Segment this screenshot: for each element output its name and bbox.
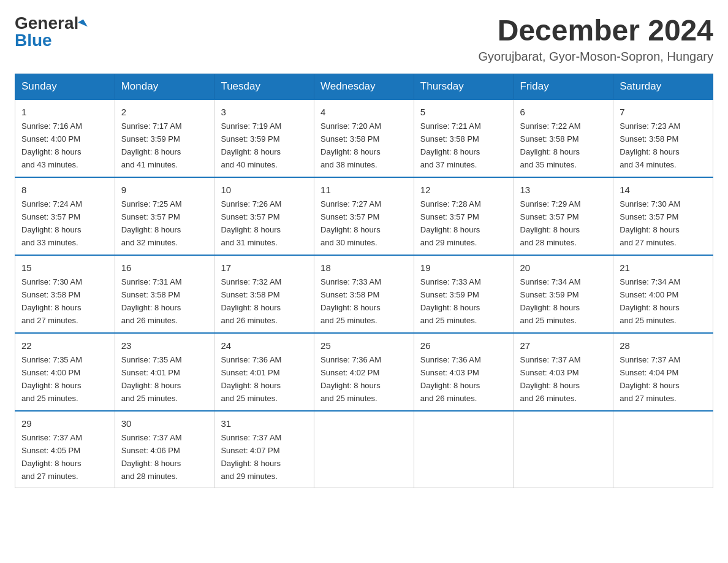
logo-triangle-icon <box>78 19 88 29</box>
header-monday: Monday <box>115 74 214 99</box>
calendar-cell: 6 Sunrise: 7:22 AMSunset: 3:58 PMDayligh… <box>514 99 613 177</box>
day-number: 11 <box>320 183 408 197</box>
calendar-cell: 25 Sunrise: 7:36 AMSunset: 4:02 PMDaylig… <box>314 333 414 411</box>
calendar-cell: 23 Sunrise: 7:35 AMSunset: 4:01 PMDaylig… <box>115 333 214 411</box>
calendar-cell: 14 Sunrise: 7:30 AMSunset: 3:57 PMDaylig… <box>613 177 713 255</box>
calendar-cell: 3 Sunrise: 7:19 AMSunset: 3:59 PMDayligh… <box>214 99 314 177</box>
day-number: 27 <box>520 339 607 353</box>
calendar-cell <box>414 411 514 488</box>
day-number: 30 <box>121 416 208 431</box>
day-number: 25 <box>320 339 408 353</box>
day-number: 3 <box>221 105 308 119</box>
day-info: Sunrise: 7:20 AMSunset: 3:58 PMDaylight:… <box>320 121 381 169</box>
calendar-cell: 12 Sunrise: 7:28 AMSunset: 3:57 PMDaylig… <box>414 177 514 255</box>
day-number: 28 <box>620 339 707 353</box>
day-number: 22 <box>21 339 108 353</box>
header-tuesday: Tuesday <box>214 74 314 99</box>
calendar-cell <box>314 411 414 488</box>
calendar-cell: 27 Sunrise: 7:37 AMSunset: 4:03 PMDaylig… <box>514 333 613 411</box>
day-info: Sunrise: 7:34 AMSunset: 3:59 PMDaylight:… <box>520 277 581 325</box>
calendar-cell: 1 Sunrise: 7:16 AMSunset: 4:00 PMDayligh… <box>15 99 115 177</box>
day-info: Sunrise: 7:19 AMSunset: 3:59 PMDaylight:… <box>221 121 281 169</box>
day-number: 17 <box>221 261 308 275</box>
week-row-1: 1 Sunrise: 7:16 AMSunset: 4:00 PMDayligh… <box>15 99 713 177</box>
day-number: 19 <box>420 261 507 275</box>
day-info: Sunrise: 7:28 AMSunset: 3:57 PMDaylight:… <box>420 199 481 247</box>
day-info: Sunrise: 7:37 AMSunset: 4:03 PMDaylight:… <box>520 355 581 403</box>
day-number: 1 <box>21 105 108 119</box>
header-wednesday: Wednesday <box>314 74 414 99</box>
calendar-cell: 20 Sunrise: 7:34 AMSunset: 3:59 PMDaylig… <box>514 255 613 333</box>
day-number: 8 <box>21 183 108 197</box>
day-info: Sunrise: 7:23 AMSunset: 3:58 PMDaylight:… <box>620 121 680 169</box>
calendar-cell: 31 Sunrise: 7:37 AMSunset: 4:07 PMDaylig… <box>214 411 314 488</box>
logo-top-line: General <box>15 15 86 32</box>
calendar-cell: 16 Sunrise: 7:31 AMSunset: 3:58 PMDaylig… <box>115 255 214 333</box>
day-number: 24 <box>221 339 308 353</box>
day-info: Sunrise: 7:22 AMSunset: 3:58 PMDaylight:… <box>520 121 581 169</box>
calendar-cell: 30 Sunrise: 7:37 AMSunset: 4:06 PMDaylig… <box>115 411 214 488</box>
day-number: 29 <box>21 416 108 431</box>
day-info: Sunrise: 7:35 AMSunset: 4:00 PMDaylight:… <box>21 355 82 403</box>
day-info: Sunrise: 7:25 AMSunset: 3:57 PMDaylight:… <box>121 199 182 247</box>
calendar-cell: 28 Sunrise: 7:37 AMSunset: 4:04 PMDaylig… <box>613 333 713 411</box>
day-number: 12 <box>420 183 507 197</box>
day-info: Sunrise: 7:33 AMSunset: 3:58 PMDaylight:… <box>320 277 381 325</box>
day-number: 21 <box>620 261 707 275</box>
calendar-cell: 21 Sunrise: 7:34 AMSunset: 4:00 PMDaylig… <box>613 255 713 333</box>
calendar-cell: 18 Sunrise: 7:33 AMSunset: 3:58 PMDaylig… <box>314 255 414 333</box>
day-number: 9 <box>121 183 208 197</box>
location-title: Gyorujbarat, Gyor-Moson-Sopron, Hungary <box>479 50 714 64</box>
calendar-cell: 17 Sunrise: 7:32 AMSunset: 3:58 PMDaylig… <box>214 255 314 333</box>
day-info: Sunrise: 7:35 AMSunset: 4:01 PMDaylight:… <box>121 355 182 403</box>
calendar-cell: 24 Sunrise: 7:36 AMSunset: 4:01 PMDaylig… <box>214 333 314 411</box>
calendar-cell <box>613 411 713 488</box>
logo: General Blue <box>15 15 86 49</box>
day-number: 4 <box>320 105 408 119</box>
day-info: Sunrise: 7:26 AMSunset: 3:57 PMDaylight:… <box>221 199 281 247</box>
day-number: 10 <box>221 183 308 197</box>
header-saturday: Saturday <box>613 74 713 99</box>
page-header: General Blue December 2024 Gyorujbarat, … <box>15 15 713 64</box>
day-number: 14 <box>620 183 707 197</box>
calendar-table: Sunday Monday Tuesday Wednesday Thursday… <box>15 74 713 489</box>
calendar-cell: 13 Sunrise: 7:29 AMSunset: 3:57 PMDaylig… <box>514 177 613 255</box>
day-info: Sunrise: 7:27 AMSunset: 3:57 PMDaylight:… <box>320 199 381 247</box>
header-sunday: Sunday <box>15 74 115 99</box>
calendar-cell: 5 Sunrise: 7:21 AMSunset: 3:58 PMDayligh… <box>414 99 514 177</box>
header-friday: Friday <box>514 74 613 99</box>
logo-general-text: General <box>15 13 86 33</box>
header-thursday: Thursday <box>414 74 514 99</box>
weekday-header-row: Sunday Monday Tuesday Wednesday Thursday… <box>15 74 713 99</box>
logo-blue-text: Blue <box>15 32 52 49</box>
calendar-cell: 15 Sunrise: 7:30 AMSunset: 3:58 PMDaylig… <box>15 255 115 333</box>
day-info: Sunrise: 7:36 AMSunset: 4:01 PMDaylight:… <box>221 355 281 403</box>
calendar-cell: 29 Sunrise: 7:37 AMSunset: 4:05 PMDaylig… <box>15 411 115 488</box>
day-info: Sunrise: 7:21 AMSunset: 3:58 PMDaylight:… <box>420 121 481 169</box>
day-info: Sunrise: 7:34 AMSunset: 4:00 PMDaylight:… <box>620 277 680 325</box>
week-row-4: 22 Sunrise: 7:35 AMSunset: 4:00 PMDaylig… <box>15 333 713 411</box>
day-info: Sunrise: 7:36 AMSunset: 4:03 PMDaylight:… <box>420 355 481 403</box>
week-row-2: 8 Sunrise: 7:24 AMSunset: 3:57 PMDayligh… <box>15 177 713 255</box>
calendar-cell: 9 Sunrise: 7:25 AMSunset: 3:57 PMDayligh… <box>115 177 214 255</box>
title-area: December 2024 Gyorujbarat, Gyor-Moson-So… <box>479 15 714 64</box>
day-info: Sunrise: 7:17 AMSunset: 3:59 PMDaylight:… <box>121 121 182 169</box>
calendar-cell: 11 Sunrise: 7:27 AMSunset: 3:57 PMDaylig… <box>314 177 414 255</box>
day-info: Sunrise: 7:31 AMSunset: 3:58 PMDaylight:… <box>121 277 182 325</box>
day-number: 16 <box>121 261 208 275</box>
day-info: Sunrise: 7:36 AMSunset: 4:02 PMDaylight:… <box>320 355 381 403</box>
day-number: 13 <box>520 183 607 197</box>
calendar-cell: 26 Sunrise: 7:36 AMSunset: 4:03 PMDaylig… <box>414 333 514 411</box>
calendar-cell: 10 Sunrise: 7:26 AMSunset: 3:57 PMDaylig… <box>214 177 314 255</box>
month-title: December 2024 <box>479 15 714 47</box>
day-info: Sunrise: 7:30 AMSunset: 3:58 PMDaylight:… <box>21 277 82 325</box>
day-number: 31 <box>221 416 308 431</box>
day-number: 18 <box>320 261 408 275</box>
week-row-5: 29 Sunrise: 7:37 AMSunset: 4:05 PMDaylig… <box>15 411 713 488</box>
day-info: Sunrise: 7:32 AMSunset: 3:58 PMDaylight:… <box>221 277 281 325</box>
calendar-cell <box>514 411 613 488</box>
calendar-cell: 4 Sunrise: 7:20 AMSunset: 3:58 PMDayligh… <box>314 99 414 177</box>
day-info: Sunrise: 7:33 AMSunset: 3:59 PMDaylight:… <box>420 277 481 325</box>
day-number: 6 <box>520 105 607 119</box>
day-number: 7 <box>620 105 707 119</box>
